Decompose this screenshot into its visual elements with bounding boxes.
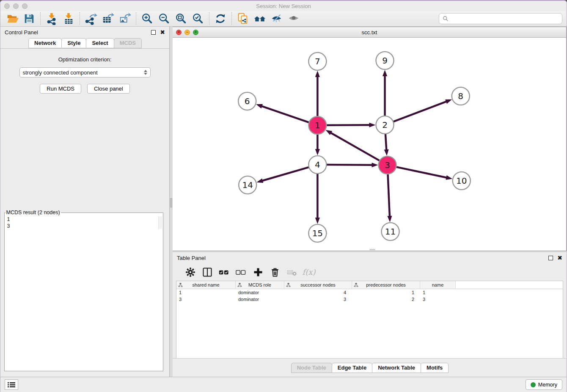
network-window-title: scc.txt xyxy=(173,29,566,36)
splitter-grip[interactable] xyxy=(170,198,172,207)
export-table-icon[interactable] xyxy=(99,12,116,25)
node-table[interactable]: shared nameMCDS rolesuccessor nodesprede… xyxy=(176,281,563,358)
column-header-shared-name[interactable]: shared name xyxy=(176,281,236,289)
tab-node-table[interactable]: Node Table xyxy=(291,363,332,373)
table-panel-header: Table Panel ✖ xyxy=(173,252,567,263)
select-all-columns-icon[interactable] xyxy=(217,265,232,279)
export-image-icon[interactable] xyxy=(116,12,133,25)
memory-button[interactable]: Memory xyxy=(526,379,562,390)
status-bar: Memory xyxy=(0,377,567,392)
task-history-icon[interactable] xyxy=(5,379,18,390)
tab-motifs[interactable]: Motifs xyxy=(421,363,449,373)
node-label-11: 11 xyxy=(385,226,396,237)
show-all-icon[interactable] xyxy=(285,12,302,25)
tab-select[interactable]: Select xyxy=(86,38,114,48)
edge-arrowhead xyxy=(315,149,320,155)
add-column-icon[interactable] xyxy=(250,265,266,279)
column-header-successor-nodes[interactable]: successor nodes xyxy=(284,281,352,289)
table-cell[interactable]: 1 xyxy=(420,289,456,296)
edge-1-6[interactable] xyxy=(261,106,309,122)
edge-4-14[interactable] xyxy=(262,167,309,181)
network-graph[interactable]: 7968124314101511 xyxy=(173,38,566,251)
control-panel-header: Control Panel ✖ xyxy=(0,27,169,38)
refresh-icon[interactable] xyxy=(212,12,229,25)
edge-4-3[interactable] xyxy=(326,165,372,165)
optimization-criterion-value: strongly connected component xyxy=(23,69,144,76)
column-header-name[interactable]: name xyxy=(420,281,456,289)
clone-network-icon[interactable] xyxy=(234,12,251,25)
close-panel-button[interactable]: Close panel xyxy=(87,84,130,94)
result-scrollbar[interactable] xyxy=(158,216,162,229)
hide-selected-icon[interactable] xyxy=(268,12,285,25)
table-cell[interactable]: 3 xyxy=(420,296,456,303)
search-input[interactable] xyxy=(451,16,559,22)
search-field[interactable] xyxy=(439,13,562,24)
gear-icon[interactable] xyxy=(183,265,198,279)
edge-3-11[interactable] xyxy=(388,174,390,217)
table-cell[interactable]: 1 xyxy=(352,289,420,296)
table-cell[interactable]: 2 xyxy=(352,296,420,303)
table-cell[interactable]: 1 xyxy=(176,289,236,296)
table-header-row: shared nameMCDS rolesuccessor nodesprede… xyxy=(176,281,563,289)
control-panel-title: Control Panel xyxy=(5,29,38,36)
edge-1-2[interactable] xyxy=(326,125,370,125)
zoom-out-icon[interactable] xyxy=(156,12,173,25)
main-area: Control Panel ✖ NetworkStyleSelectMCDS O… xyxy=(0,27,567,377)
panel-splitter[interactable] xyxy=(170,27,173,377)
edge-arrowhead xyxy=(384,149,389,156)
edge-3-10[interactable] xyxy=(396,167,447,178)
table-cell[interactable]: 4 xyxy=(284,289,352,296)
edge-3-1[interactable] xyxy=(330,133,380,161)
mcds-result-legend: MCDS result (2 nodes) xyxy=(6,210,61,215)
network-canvas[interactable]: 7968124314101511 xyxy=(173,38,566,251)
table-body: 1dominator4113dominator323 xyxy=(176,289,563,303)
import-table-icon[interactable] xyxy=(60,12,77,25)
mcds-result-box: MCDS result (2 nodes) 1 3 xyxy=(4,210,163,371)
node-label-2: 2 xyxy=(382,120,388,130)
network-resize-handle[interactable] xyxy=(369,249,375,250)
table-row[interactable]: 3dominator323 xyxy=(176,296,563,303)
network-window-titlebar[interactable]: ✕ − + scc.txt xyxy=(173,27,566,38)
optimization-criterion-select[interactable]: strongly connected component xyxy=(19,67,151,77)
zoom-in-icon[interactable] xyxy=(139,12,156,25)
edge-arrowhead xyxy=(446,175,452,180)
column-header-predecessor-nodes[interactable]: predecessor nodes xyxy=(352,281,420,289)
first-neighbors-icon[interactable] xyxy=(251,12,268,25)
tab-edge-table[interactable]: Edge Table xyxy=(332,363,372,373)
table-cell[interactable]: dominator xyxy=(236,296,284,303)
table-cell[interactable]: dominator xyxy=(236,289,284,296)
node-label-1: 1 xyxy=(315,120,320,130)
float-table-panel-icon[interactable] xyxy=(548,256,553,260)
import-network-icon[interactable] xyxy=(43,12,60,25)
close-panel-icon[interactable]: ✖ xyxy=(160,29,165,35)
zoom-selected-icon[interactable] xyxy=(190,12,206,25)
main-toolbar xyxy=(0,11,567,27)
table-cell[interactable]: 3 xyxy=(284,296,352,303)
delete-column-icon[interactable] xyxy=(267,265,283,279)
table-panel-title: Table Panel xyxy=(177,255,206,261)
split-view-icon[interactable] xyxy=(200,265,215,279)
toolbar-separator xyxy=(231,12,232,25)
select-stepper-icon xyxy=(144,70,147,75)
edge-arrowhead xyxy=(256,104,263,108)
zoom-fit-icon[interactable] xyxy=(173,12,190,25)
edge-2-8[interactable] xyxy=(393,101,447,121)
tab-mcds[interactable]: MCDS xyxy=(114,38,142,48)
tab-network-table[interactable]: Network Table xyxy=(372,363,421,373)
export-network-icon[interactable] xyxy=(83,12,99,25)
column-header-mcds-role[interactable]: MCDS role xyxy=(236,281,284,289)
search-icon xyxy=(443,16,449,22)
table-tabs: Node TableEdge TableNetwork TableMotifs xyxy=(173,358,567,377)
unselect-all-columns-icon[interactable] xyxy=(234,265,249,279)
table-row[interactable]: 1dominator411 xyxy=(176,289,563,296)
table-cell[interactable]: 3 xyxy=(176,296,236,303)
run-mcds-button[interactable]: Run MCDS xyxy=(40,84,81,94)
tab-style[interactable]: Style xyxy=(61,38,86,48)
save-session-icon[interactable] xyxy=(21,12,38,25)
float-panel-icon[interactable] xyxy=(151,30,156,35)
mcds-result-text[interactable]: 1 3 xyxy=(5,215,163,230)
tab-network[interactable]: Network xyxy=(28,38,62,48)
open-session-icon[interactable] xyxy=(4,12,21,25)
edge-2-3[interactable] xyxy=(385,133,387,150)
close-table-panel-icon[interactable]: ✖ xyxy=(557,255,562,261)
